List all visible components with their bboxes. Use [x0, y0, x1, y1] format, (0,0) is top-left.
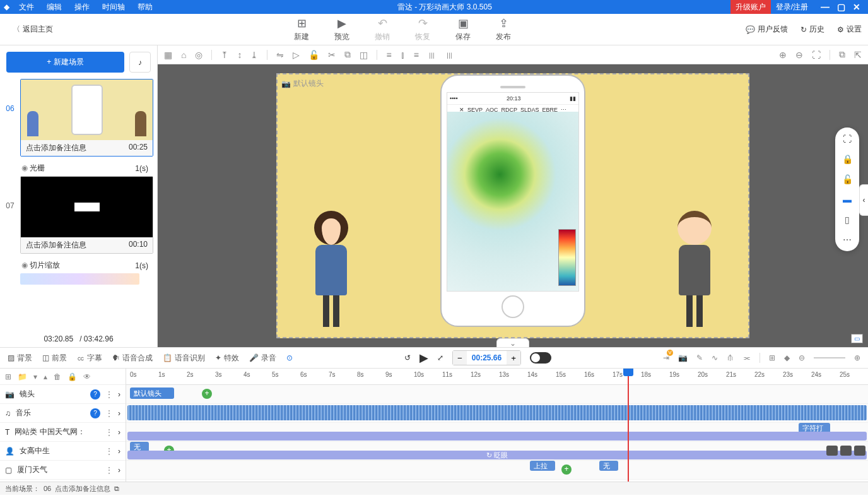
track-menu[interactable]: ⋮: [105, 428, 113, 437]
help-icon[interactable]: ?: [90, 389, 100, 399]
align-vmid-icon[interactable]: ↕: [237, 50, 242, 60]
layer-icon[interactable]: ▦: [164, 50, 172, 60]
folder-icon[interactable]: 📁: [18, 372, 27, 381]
publish-button[interactable]: ⇪发布: [496, 16, 511, 42]
dist-h-icon[interactable]: ⫼: [428, 50, 437, 60]
track-header[interactable]: T网站类 中国天气网：⋮›: [0, 423, 126, 442]
duplicate-icon[interactable]: ⧉: [839, 49, 845, 60]
snap-toggle[interactable]: [530, 352, 551, 364]
camera-clip[interactable]: 默认镜头: [130, 388, 174, 399]
copy-status-icon[interactable]: ⧉: [114, 485, 119, 493]
bg-button[interactable]: ▨背景: [8, 353, 32, 364]
time-minus[interactable]: −: [453, 351, 467, 365]
time-plus[interactable]: +: [507, 351, 520, 365]
add-frame-icon[interactable]: ⊞: [769, 353, 775, 362]
collapse-handle[interactable]: ⌄: [496, 338, 529, 347]
filter-icon[interactable]: ⫛: [727, 353, 734, 362]
play-icon[interactable]: ◉: [21, 261, 28, 269]
edit-icon[interactable]: ✎: [696, 353, 703, 362]
zoom-in-icon[interactable]: ⊕: [779, 50, 787, 60]
align-center-icon[interactable]: ⫿: [401, 50, 405, 60]
target-icon[interactable]: ◎: [195, 50, 202, 60]
lock-track-icon[interactable]: 🔒: [67, 372, 77, 381]
menu-help[interactable]: 帮助: [131, 2, 159, 13]
fullscreen-icon[interactable]: ⛶: [843, 134, 852, 144]
subtitle-button[interactable]: ㏄字幕: [77, 353, 102, 364]
lock-icon[interactable]: 🔓: [308, 50, 319, 60]
cut-icon[interactable]: ✂: [328, 50, 336, 60]
anim-clip[interactable]: 上拉: [530, 461, 555, 471]
export-icon[interactable]: ⇱: [854, 50, 862, 60]
track-menu[interactable]: ⋮: [105, 409, 113, 418]
up-icon[interactable]: ▴: [44, 372, 47, 381]
chevron-icon[interactable]: ›: [118, 409, 120, 418]
zoom-out-tl-icon[interactable]: ⊖: [799, 353, 805, 362]
playhead[interactable]: [628, 369, 629, 482]
down-icon[interactable]: ▾: [33, 372, 37, 381]
chevron-icon[interactable]: ›: [118, 428, 120, 437]
chevron-icon[interactable]: ›: [118, 447, 120, 456]
track-lanes[interactable]: 0s1s2s3s4s5s6s7s8s9s10s11s12s13s14s15s16…: [126, 369, 868, 482]
asr-button[interactable]: 📋语音识别: [163, 353, 205, 364]
screen-icon[interactable]: ▬: [843, 194, 852, 204]
menu-timeline[interactable]: 时间轴: [96, 2, 131, 13]
flip-h-icon[interactable]: ⇋: [276, 50, 284, 60]
maximize-icon[interactable]: ▢: [837, 2, 845, 12]
phone-element[interactable]: ••••20:13▮▮ ✕ SEVP_AOC_RDCP_SLDAS_EBRE ⋯…: [440, 74, 585, 327]
expand-right-panel[interactable]: ‹: [859, 184, 868, 216]
scene-note[interactable]: 点击添加备注信息: [26, 240, 86, 251]
login-link[interactable]: 登录/注册: [771, 2, 813, 13]
marker-icon[interactable]: ◆: [784, 353, 790, 362]
track-row[interactable]: [126, 404, 868, 423]
record-button[interactable]: 🎤录音: [249, 353, 276, 364]
settings-button[interactable]: ⚙设置: [837, 24, 862, 35]
align-right-icon[interactable]: ≡: [414, 50, 419, 60]
new-scene-button[interactable]: + 新建场景: [6, 52, 124, 73]
scene-item[interactable]: 06 点击添加备注信息 00:25: [4, 79, 153, 157]
add-keyframe[interactable]: +: [561, 465, 572, 475]
track-row[interactable]: 无 + ↻ 眨眼: [126, 442, 868, 461]
character-clip[interactable]: ↻ 眨眼: [127, 451, 867, 459]
undo-button[interactable]: ↶撤销: [375, 16, 390, 42]
track-header[interactable]: 👤女高中生⋮›: [0, 442, 126, 461]
track-row[interactable]: 默认镜头 +: [126, 385, 868, 404]
scene-note[interactable]: 点击添加备注信息: [26, 143, 86, 153]
align-top-icon[interactable]: ⤒: [221, 50, 228, 60]
feedback-button[interactable]: 💬用户反馈: [746, 24, 788, 35]
clip-badges[interactable]: [826, 446, 865, 456]
zoom-in-tl-icon[interactable]: ⊕: [854, 353, 860, 362]
character-man[interactable]: [666, 211, 723, 331]
minimize-icon[interactable]: —: [821, 2, 830, 12]
home-icon[interactable]: ⌂: [181, 50, 186, 60]
preview-button[interactable]: ▶预览: [334, 16, 349, 42]
flip-v-icon[interactable]: ▷: [293, 50, 300, 60]
time-input[interactable]: − 00:25.66 +: [452, 350, 521, 365]
track-header[interactable]: 📷镜头?⋮›: [0, 385, 126, 404]
crop-icon[interactable]: ◫: [360, 50, 368, 60]
dist-v-icon[interactable]: ⫼: [445, 50, 454, 60]
play-button[interactable]: ▶: [419, 351, 428, 365]
camera-icon[interactable]: 📷: [678, 353, 688, 362]
upgrade-button[interactable]: 升级账户: [730, 0, 771, 14]
scene-stage[interactable]: 📷 默认镜头 ••••20:13▮▮ ✕ SEVP_AOC_RDCP_SLDAS…: [276, 73, 749, 338]
device-icon[interactable]: ▯: [845, 215, 850, 225]
add-track-icon[interactable]: ⊞: [5, 372, 11, 381]
tts-button[interactable]: 🗣语音合成: [112, 353, 153, 364]
unlock-icon[interactable]: 🔓: [842, 174, 853, 184]
audio-clip[interactable]: [127, 405, 867, 420]
copy-icon[interactable]: ⧉: [344, 49, 351, 60]
track-header[interactable]: ▢厦门天气⋮›: [0, 461, 126, 480]
scene-thumbnail[interactable]: [21, 80, 153, 140]
track-row[interactable]: 字符打: [126, 423, 868, 442]
zoom-out-icon[interactable]: ⊖: [795, 50, 803, 60]
menu-edit[interactable]: 编辑: [40, 2, 68, 13]
more-circle-icon[interactable]: ⊙: [286, 353, 293, 362]
new-button[interactable]: ⊞新建: [294, 16, 309, 42]
scene-item[interactable]: 07 点击添加备注信息 00:10: [4, 176, 153, 254]
anim-clip[interactable]: 无: [599, 461, 618, 471]
chevron-icon[interactable]: ›: [118, 466, 120, 475]
wave-icon[interactable]: ∿: [712, 353, 718, 362]
fg-button[interactable]: ◫前景: [42, 353, 67, 364]
play-icon[interactable]: ◉: [21, 163, 28, 172]
rewind-icon[interactable]: ↺: [404, 353, 411, 362]
